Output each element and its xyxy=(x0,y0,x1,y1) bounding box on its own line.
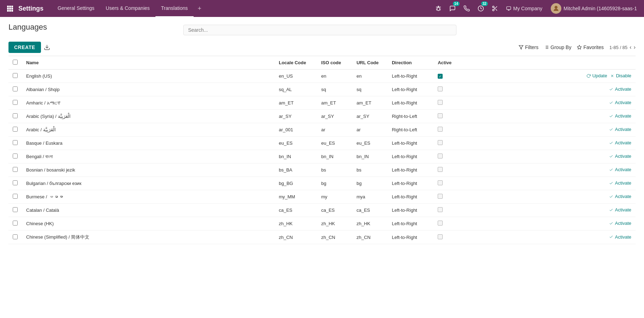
row-locale: my_MM xyxy=(274,190,317,204)
page-title: Languages xyxy=(8,23,47,32)
pagination: 1-85 / 85 ‹ › xyxy=(609,44,636,50)
nav-general-settings[interactable]: General Settings xyxy=(52,0,100,17)
row-locale: ca_ES xyxy=(274,204,317,217)
update-button[interactable]: Update xyxy=(586,73,607,78)
active-unchecked-icon xyxy=(438,194,443,199)
row-checkbox[interactable] xyxy=(13,234,18,239)
row-checkbox[interactable] xyxy=(13,73,18,78)
row-checkbox[interactable] xyxy=(13,221,18,226)
favorites-button[interactable]: Favorites xyxy=(577,44,604,50)
company-selector[interactable]: My Company xyxy=(503,6,545,11)
active-unchecked-icon xyxy=(438,86,443,91)
nav-plus-button[interactable]: + xyxy=(194,0,206,17)
active-unchecked-icon xyxy=(438,207,443,212)
company-name: My Company xyxy=(513,6,542,11)
user-menu[interactable]: Mitchell Admin (14605928-saas-1 xyxy=(548,3,640,14)
row-locale: sq_AL xyxy=(274,83,317,96)
scissors-icon-button[interactable] xyxy=(489,3,501,14)
row-url: en xyxy=(352,70,388,83)
row-name: Amharic / አማርኛ xyxy=(22,96,274,110)
row-actions: Activate xyxy=(462,217,636,230)
table-row: Bengali / বাংলাbn_INbn_INbn_INLeft-to-Ri… xyxy=(8,150,636,163)
row-checkbox[interactable] xyxy=(13,180,18,185)
groupby-button[interactable]: Group By xyxy=(544,44,571,50)
grid-menu-icon[interactable] xyxy=(4,3,16,14)
activate-button[interactable]: Activate xyxy=(609,180,631,186)
activate-button[interactable]: Activate xyxy=(609,167,631,172)
row-url: zh_CN xyxy=(352,230,388,244)
active-unchecked-icon xyxy=(438,221,443,226)
row-name: English (US) xyxy=(22,70,274,83)
col-header-actions xyxy=(462,56,636,70)
svg-marker-22 xyxy=(519,46,523,49)
row-actions: UpdateDisable xyxy=(462,70,636,83)
row-checkbox[interactable] xyxy=(13,194,18,199)
row-checkbox-cell xyxy=(8,96,22,110)
activate-button[interactable]: Activate xyxy=(609,221,631,226)
row-actions: Activate xyxy=(462,150,636,163)
disable-button[interactable]: Disable xyxy=(610,73,631,78)
pagination-next[interactable]: › xyxy=(634,44,636,50)
active-unchecked-icon xyxy=(438,167,443,172)
row-checkbox-cell xyxy=(8,190,22,204)
row-checkbox-cell xyxy=(8,163,22,177)
row-iso: am_ET xyxy=(317,96,352,110)
svg-rect-8 xyxy=(11,10,13,12)
table-row: Arabic (Syria) / الْعَرَبِيَّةar_SYar_SY… xyxy=(8,110,636,123)
row-url: bs xyxy=(352,163,388,177)
nav-translations[interactable]: Translations xyxy=(155,0,194,17)
phone-icon-button[interactable] xyxy=(461,3,472,14)
download-button[interactable] xyxy=(44,44,50,50)
activate-button[interactable]: Activate xyxy=(609,154,631,159)
clock-badge: 32 xyxy=(481,1,488,6)
pagination-prev[interactable]: ‹ xyxy=(630,44,631,50)
row-checkbox[interactable] xyxy=(13,154,18,158)
create-button[interactable]: CREATE xyxy=(8,42,41,53)
row-name: Basque / Euskara xyxy=(22,137,274,150)
clock-icon-button[interactable]: 32 xyxy=(475,3,486,14)
activate-button[interactable]: Activate xyxy=(609,140,631,145)
row-actions: Activate xyxy=(462,204,636,217)
row-direction: Left-to-Right xyxy=(388,96,433,110)
activate-button[interactable]: Activate xyxy=(609,113,631,119)
row-checkbox-cell xyxy=(8,204,22,217)
row-direction: Left-to-Right xyxy=(388,137,433,150)
activate-button[interactable]: Activate xyxy=(609,100,631,105)
row-checkbox-cell xyxy=(8,70,22,83)
row-active: ✓ xyxy=(433,70,462,83)
page-header: Languages xyxy=(8,23,636,37)
row-checkbox[interactable] xyxy=(13,86,18,91)
activate-button[interactable]: Activate xyxy=(609,86,631,92)
bug-icon-button[interactable] xyxy=(433,3,444,14)
row-checkbox[interactable] xyxy=(13,113,18,118)
col-header-name: Name xyxy=(22,56,274,70)
filters-button[interactable]: Filters xyxy=(519,44,538,50)
row-checkbox[interactable] xyxy=(13,207,18,212)
row-name: Chinese (HK) xyxy=(22,217,274,230)
row-checkbox[interactable] xyxy=(13,100,18,105)
row-iso: ar_SY xyxy=(317,110,352,123)
table-row: Chinese (HK)zh_HKzh_HKzh_HKLeft-to-Right… xyxy=(8,217,636,230)
row-checkbox[interactable] xyxy=(13,127,18,132)
nav-users-companies[interactable]: Users & Companies xyxy=(100,0,155,17)
row-locale: am_ET xyxy=(274,96,317,110)
table-row: Arabic / الْعَرَبِيَّةar_001ararRight-to… xyxy=(8,123,636,137)
row-actions: Activate xyxy=(462,190,636,204)
svg-rect-6 xyxy=(7,10,9,12)
navbar-right: 14 32 xyxy=(433,3,640,14)
activate-button[interactable]: Activate xyxy=(609,207,631,212)
activate-button[interactable]: Activate xyxy=(609,234,631,240)
chat-icon-button[interactable]: 14 xyxy=(447,3,458,14)
row-checkbox-cell xyxy=(8,217,22,230)
table-row: Bosnian / bosanski jezikbs_BAbsbsLeft-to… xyxy=(8,163,636,177)
search-input[interactable] xyxy=(183,25,456,35)
activate-button[interactable]: Activate xyxy=(609,194,631,199)
row-checkbox[interactable] xyxy=(13,167,18,172)
row-locale: ar_SY xyxy=(274,110,317,123)
activate-button[interactable]: Activate xyxy=(609,127,631,132)
active-unchecked-icon xyxy=(438,140,443,145)
row-checkbox[interactable] xyxy=(13,140,18,145)
row-locale: zh_CN xyxy=(274,230,317,244)
row-locale: ar_001 xyxy=(274,123,317,137)
select-all-checkbox[interactable] xyxy=(13,60,18,65)
